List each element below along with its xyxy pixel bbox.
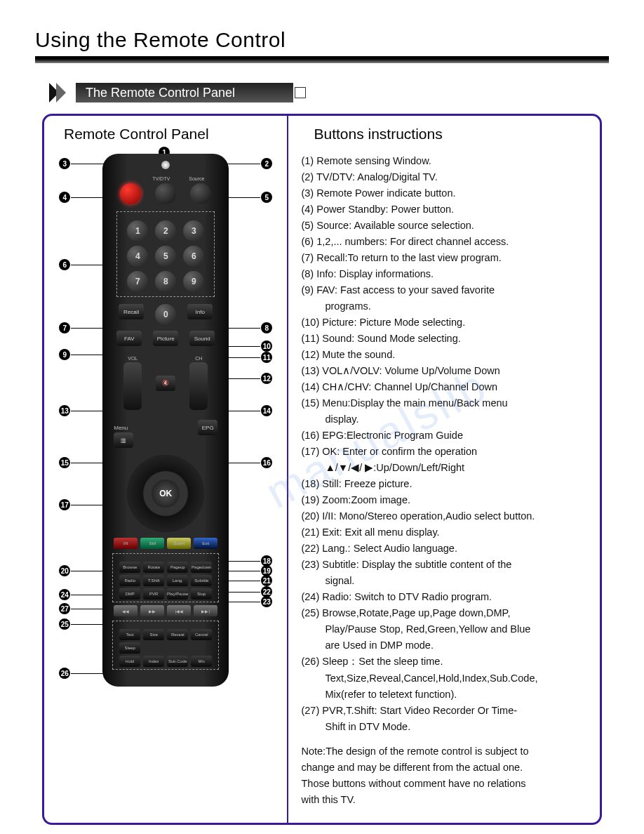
instruction-line: (24) Radio: Switch to DTV Radio program. [301,590,590,604]
vol-label: VOL [128,356,137,361]
instruction-line: (26) Sleep：Set the sleep time. [301,654,590,669]
instruction-line: (14) CH∧/CHV: Channel Up/Channel Down [301,380,590,395]
subcode-button: Sub.Code [167,656,188,667]
pvr-button: PVR [143,588,164,600]
red-button: I/II [114,538,137,549]
callout-16: 16 [221,457,272,468]
instruction-line: (25) Browse,Rotate,Page up,Page down,DMP… [301,606,590,621]
section-title: The Remote Control Panel [76,83,293,102]
remote-body: TV/DTV Source 123 456 789 Recall 0 [102,154,229,687]
note-block: Note:The design of the remote control is… [301,744,590,807]
right-column-title: Buttons instructions [314,126,590,143]
tshift-button: T.Shift [143,575,164,586]
reveal-button: Reveal [167,629,188,640]
browse-button: Browse [119,562,140,573]
instruction-line: Mix(refer to teletext function). [301,687,590,702]
tvdtv-label: TV/DTV [152,176,170,181]
instruction-line: (17) OK: Enter or confirm the operation [301,444,590,459]
instruction-line: (8) Info: Display informations. [301,267,590,282]
size-button: Size [143,629,164,640]
instruction-line: (4) Power Standby: Power button. [301,202,590,217]
instruction-line: are Used in DMP mode. [301,638,590,653]
instruction-line: (12) Mute the sound. [301,348,590,362]
stop-button: Stop [191,588,212,600]
tvdtv-button [155,183,176,204]
callout-5: 5 [221,192,272,203]
callout-14: 14 [221,405,272,416]
recall-button: Recall [119,304,144,319]
fav-button: FAV [116,331,142,346]
num-4: 4 [127,246,148,267]
title-underline [35,56,609,63]
instruction-line: signal. [301,574,590,588]
note-line: change and may be different from the act… [301,760,590,775]
ok-button: OK [152,479,180,508]
dmp-button: DMP [119,588,140,600]
instruction-line: (27) PVR,T.Shift: Start Video Recorder O… [301,703,590,718]
instruction-line: ▲/▼/◀/ ▶:Up/Down/Left/Right [301,461,590,475]
channel-rocker [189,362,208,410]
remote-led-icon [161,161,170,169]
color-row: I/II Still Zoom Exit [114,538,217,549]
callout-23: 23 [221,596,272,607]
instruction-line: (18) Still: Freeze picture. [301,477,590,491]
cancel-button: Cancel [191,629,212,640]
right-column: Buttons instructions (1) Remote sensing … [288,116,600,823]
ffwd-button: ▶▶ [140,605,164,616]
num-0: 0 [155,304,176,325]
num-7: 7 [127,271,148,292]
callout-8: 8 [221,322,272,333]
lang-button: Lang. [167,575,188,586]
instructions-list: (1) Remote sensing Window.(2) TV/DTV: An… [301,154,590,734]
instruction-line: (6) 1,2,... numbers: For direct channel … [301,234,590,249]
rewind-button: ◀◀ [114,605,137,616]
svg-marker-1 [56,83,66,102]
sleep-button: Sleep [119,642,140,654]
instruction-line: (9) FAV: Fast access to your saved favor… [301,283,590,298]
yellow-button: Zoom [167,538,191,549]
callout-10: 10 [221,340,272,352]
instruction-line: (15) Menu:Display the main menu/Back men… [301,396,590,411]
epg-button: EPG [198,420,217,435]
instruction-line: Play/Pause Stop, Red,Green,Yellow and Bl… [301,622,590,637]
blue-button: Exit [194,538,217,549]
dmp-group: BrowseRotatePageupPagedown RadioT.ShiftL… [112,553,219,602]
picture-button: Picture [153,331,178,346]
source-button [190,183,211,204]
instruction-line: Text,Size,Reveal,Cancel,Hold,Index,Sub.C… [301,671,590,686]
remote-diagram: 3 1 2 4 5 6 7 8 9 10 11 12 13 14 15 16 1… [53,154,278,687]
prev-button: |◀◀ [167,605,191,616]
section-header: The Remote Control Panel [49,83,609,102]
callout-11: 11 [221,352,272,363]
pageup-button: Pageup [167,562,188,573]
callout-21: 21 [221,575,272,586]
num-2: 2 [155,220,176,241]
hold-button: Hold [119,656,140,667]
instruction-line: (23) Subtitle: Display the subtitle cont… [301,557,590,572]
num-5: 5 [155,246,176,267]
instruction-line: (13) VOL∧/VOLV: Volume Up/Volume Down [301,364,590,378]
instruction-line: (11) Sound: Sound Mode selecting. [301,331,590,346]
radio-button: Radio [119,575,140,586]
instruction-line: (5) Source: Available source selection. [301,218,590,233]
num-9: 9 [183,271,204,292]
note-line: Those buttons without comment have no re… [301,776,590,791]
green-button: Still [140,538,164,549]
chevron-icon [49,83,74,102]
instruction-line: (7) Recall:To return to the last view pr… [301,251,590,265]
number-pad: 123 456 789 [116,211,215,297]
ch-label: CH [195,356,202,361]
sound-button: Sound [189,331,215,346]
instruction-line: (21) Exit: Exit all menu display. [301,525,590,540]
num-6: 6 [183,246,204,267]
transport-row: ◀◀▶▶|◀◀▶▶| [114,605,217,616]
note-line: with this TV. [301,793,590,807]
instruction-line: (10) Picture: Picture Mode selecting. [301,315,590,330]
num-1: 1 [127,220,148,241]
dpad: OK [127,455,204,532]
instruction-line: (19) Zoom:Zoom image. [301,493,590,508]
instruction-line: Shift in DTV Mode. [301,720,590,734]
num-8: 8 [155,271,176,292]
rotate-button: Rotate [143,562,164,573]
left-column-title: Remote Control Panel [64,126,280,143]
